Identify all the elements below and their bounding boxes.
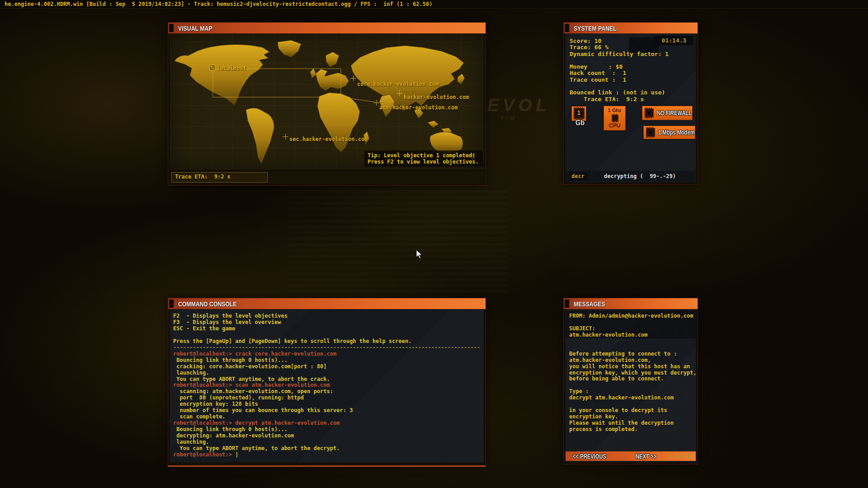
map-node-marker-core.hacker-evolution.com <box>350 75 356 81</box>
system-stat-line: Bounced link : (not in use) <box>570 89 669 96</box>
bounce-link-lines <box>170 34 484 169</box>
background-logo-watermark: EVOL <box>487 96 550 115</box>
memory-unit-label: Gb <box>576 118 585 127</box>
system-stat-line <box>570 57 669 64</box>
console-output-line: F3 - Displays the level overview <box>173 319 480 326</box>
system-panel-header: SYSTEM PANEL <box>564 23 698 34</box>
console-command-line: robert@localhost:> crack core.hacker-evo… <box>173 351 480 357</box>
system-stat-line: Trace: 66 % <box>570 44 669 51</box>
trace-eta-readout: Trace ETA: 9:2 s <box>171 172 268 183</box>
map-node-label-core.hacker-evolution.com: core.hacker-evolution.com <box>357 81 439 87</box>
memory-value: 1 <box>572 109 586 116</box>
message-line <box>569 338 696 345</box>
decrypt-process-badge: decr <box>569 172 587 180</box>
engine-status-text: he.engine-4.002.HDRM.win [Build : Sep 5 … <box>5 1 432 7</box>
system-stat-line: Trace count : 1 <box>570 77 669 83</box>
message-page-indicator: [4 of 4] <box>666 453 692 460</box>
console-output-line: F2 - Displays the level objectives <box>173 313 480 319</box>
console-lines: F2 - Displays the level objectivesF3 - D… <box>173 313 480 458</box>
console-output-line: Bouncing link through 0 host(s)... <box>173 427 480 433</box>
map-node-label-sec.hacker-evolution.com: sec.hacker-evolution.com <box>289 136 368 142</box>
system-panel-title: SYSTEM PANEL <box>574 24 617 32</box>
console-text-cursor: | <box>235 451 238 458</box>
console-output-line: launching. <box>173 439 480 446</box>
message-line: before being able to connect. <box>569 376 696 382</box>
cpu-speed-label: 1 Ghz <box>604 108 625 113</box>
visual-map-title: VISUAL MAP <box>178 24 212 32</box>
modem-hardware-icon: 1 Mbps Modem <box>643 126 695 139</box>
system-panel-body: 01:14.3 Score: 10Trace: 66 %Dynamic diff… <box>566 34 696 182</box>
system-stat-line: Money : $0 <box>570 64 669 70</box>
system-stats: Score: 10Trace: 66 %Dynamic difficulty f… <box>570 38 669 103</box>
console-output-line: decrypting: atm.hacker-evolution.com <box>173 433 480 439</box>
console-output-line: scanning: atm.hacker-evolution.com, open… <box>173 389 480 395</box>
modem-label: 1 Mbps Modem <box>658 129 695 136</box>
console-output-line: You can type ABORT anytime, to abort the… <box>173 376 480 383</box>
visual-map-header: VISUAL MAP <box>168 23 486 34</box>
messages-header: MESSAGES <box>564 298 698 310</box>
cpu-label: CPU <box>604 122 625 129</box>
console-command-line: robert@localhost:> scan atm.hacker-evolu… <box>173 382 480 389</box>
firewall-label: NO FIREWALL <box>657 109 692 117</box>
map-node-marker-atm.hacker-evolution.com <box>373 100 379 106</box>
console-output-line: Bouncing link through 0 host(s)... <box>173 357 480 364</box>
previous-message-button[interactable]: << PREVIOUS <box>573 453 606 460</box>
tip-line-2: Press F2 to view level objectives. <box>368 159 480 165</box>
decrypt-status-text: decrypting ( 99-.-29) <box>604 173 676 179</box>
world-map: localhostcore.hacker-evolution.comhacker… <box>170 34 484 169</box>
console-output-line: You can type ABORT anytime, to abort the… <box>173 446 480 452</box>
modem-chip-icon <box>646 128 655 137</box>
message-line: Before attempting to connect to : <box>569 351 696 357</box>
message-line: process is completed. <box>569 427 696 433</box>
decrypt-progress-row: decr decrypting ( 99-.-29) <box>566 171 695 182</box>
console-output-line: Press the [PageUp] and [PageDown] keys t… <box>173 338 480 345</box>
firewall-chip-icon <box>645 108 654 117</box>
message-line: SUBJECT: <box>569 326 696 332</box>
message-line: Please wait until the decryption <box>569 420 696 427</box>
console-output-line: launching. <box>173 370 480 376</box>
command-console-title: COMMAND CONSOLE <box>178 300 237 308</box>
message-line: you will notice that this host has an <box>569 364 696 370</box>
system-stat-line: Dynamic difficulty factor: 1 <box>570 51 669 57</box>
command-console-panel: COMMAND CONSOLE F2 - Displays the level … <box>168 298 486 467</box>
tip-line-1: Tip: Level objective 1 completed! <box>368 152 480 159</box>
message-lines: FROM: Admin/admin@hacker-evolution.comSU… <box>569 313 696 433</box>
message-line: decrypt atm.hacker-evolution.com <box>569 395 696 401</box>
system-stat-line <box>570 83 669 89</box>
messages-panel: MESSAGES FROM: Admin/admin@hacker-evolut… <box>563 298 698 465</box>
system-panel: SYSTEM PANEL 01:14.3 Score: 10Trace: 66 … <box>563 22 698 185</box>
message-nav-bar: << PREVIOUS NEXT >> [4 of 4] <box>566 451 696 461</box>
map-node-marker-sec.hacker-evolution.com <box>283 134 288 140</box>
console-input-line[interactable]: robert@localhost:> | <box>173 452 480 458</box>
console-output-line: scan complete. <box>173 414 480 420</box>
map-node-label-localhost: localhost <box>217 65 246 71</box>
engine-title-bar: he.engine-4.002.HDRM.win [Build : Sep 5 … <box>0 0 868 9</box>
message-body: FROM: Admin/admin@hacker-evolution.comSU… <box>566 310 696 462</box>
background-logo-watermark-sub: TIM <box>500 115 517 122</box>
messages-title: MESSAGES <box>574 300 605 308</box>
system-stat-line: Score: 10 <box>570 38 669 44</box>
visual-map-panel: VISUAL MAP <box>168 22 486 186</box>
console-output-area[interactable]: F2 - Displays the level objectivesF3 - D… <box>170 310 484 462</box>
map-node-marker-localhost <box>209 65 215 70</box>
message-line: FROM: Admin/admin@hacker-evolution.com <box>569 313 696 319</box>
firewall-hardware-icon: NO FIREWALL <box>642 106 693 120</box>
game-screen: he.engine-4.002.HDRM.win [Build : Sep 5 … <box>0 0 868 488</box>
message-line <box>569 382 696 389</box>
message-line <box>569 319 696 326</box>
console-output-line <box>173 332 480 338</box>
message-line: atm.hacker-evolution.com <box>569 332 696 338</box>
next-message-button[interactable]: NEXT >> <box>636 453 656 460</box>
console-output-line: port 80 (unprotected), running: httpd <box>173 395 480 401</box>
map-status-strip: Trace ETA: 9:2 s <box>170 170 484 183</box>
mouse-cursor <box>416 249 423 261</box>
console-command-line: robert@localhost:> decrypt atm.hacker-ev… <box>173 420 480 427</box>
map-node-label-hacker-evolution.com: hacker-evolution.com <box>404 94 469 100</box>
command-console-header: COMMAND CONSOLE <box>168 298 486 310</box>
message-line: atm.hacker-evolution.com, <box>569 357 696 364</box>
cpu-hardware-icon: 1 Ghz CPU <box>604 106 626 131</box>
console-output-line: cracking: core.hacker-evolution.com[port… <box>173 364 480 370</box>
system-stat-line: Trace ETA: 9:2 s <box>570 96 669 103</box>
console-output-line: ----------------------------------------… <box>173 345 480 351</box>
system-stat-line: Hack count : 1 <box>570 70 669 76</box>
